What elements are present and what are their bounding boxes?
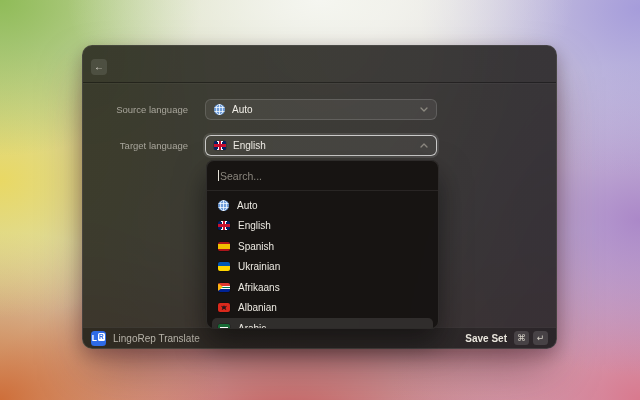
language-dropdown-panel: Auto English Spanish Ukrainian Afrikaans bbox=[206, 160, 439, 329]
flag-south-africa-icon bbox=[218, 283, 230, 292]
list-item-label: Auto bbox=[237, 200, 258, 211]
save-set-label: Save Set bbox=[465, 333, 507, 344]
chevron-down-icon bbox=[420, 107, 428, 112]
app-name: LingoRep Translate bbox=[113, 333, 458, 344]
globe-icon bbox=[218, 200, 229, 211]
back-arrow-icon: ← bbox=[94, 62, 104, 72]
flag-saudi-arabia-icon bbox=[218, 324, 230, 329]
text-caret bbox=[218, 170, 219, 181]
desktop-background: ← Source language Auto Target language E… bbox=[0, 0, 640, 400]
list-item-auto[interactable]: Auto bbox=[212, 195, 433, 216]
dropdown-search-row bbox=[207, 161, 438, 190]
source-language-label: Source language bbox=[88, 99, 188, 120]
list-item-label: English bbox=[238, 220, 271, 231]
command-key-icon: ⌘ bbox=[514, 331, 529, 345]
list-item-english[interactable]: English bbox=[212, 216, 433, 237]
logo-letter-r: R bbox=[98, 333, 106, 341]
globe-icon bbox=[214, 104, 225, 115]
target-language-select[interactable]: English bbox=[205, 135, 437, 156]
list-item-label: Spanish bbox=[238, 241, 274, 252]
list-item-label: Arabic bbox=[238, 323, 266, 329]
flag-albania-icon bbox=[218, 303, 230, 312]
flag-united-kingdom-icon bbox=[214, 141, 226, 150]
footer-bar: L R LingoRep Translate Save Set ⌘ ↵ bbox=[83, 327, 556, 348]
list-item-spanish[interactable]: Spanish bbox=[212, 236, 433, 257]
titlebar: ← bbox=[83, 46, 556, 83]
list-item-label: Albanian bbox=[238, 302, 277, 313]
list-item-arabic[interactable]: Arabic bbox=[212, 318, 433, 329]
list-item-label: Ukrainian bbox=[238, 261, 280, 272]
return-key-icon: ↵ bbox=[533, 331, 548, 345]
source-language-select[interactable]: Auto bbox=[205, 99, 437, 120]
list-item-label: Afrikaans bbox=[238, 282, 280, 293]
flag-united-kingdom-icon bbox=[218, 221, 230, 230]
logo-letter-l: L bbox=[92, 334, 97, 343]
flag-ukraine-icon bbox=[218, 262, 230, 271]
dropdown-search-input[interactable] bbox=[207, 161, 438, 190]
save-set-button[interactable]: Save Set ⌘ ↵ bbox=[465, 331, 548, 345]
back-button[interactable]: ← bbox=[91, 59, 107, 75]
language-list: Auto English Spanish Ukrainian Afrikaans bbox=[207, 191, 438, 329]
list-item-afrikaans[interactable]: Afrikaans bbox=[212, 277, 433, 298]
source-language-value: Auto bbox=[232, 104, 413, 115]
flag-spain-icon bbox=[218, 242, 230, 251]
list-item-albanian[interactable]: Albanian bbox=[212, 298, 433, 319]
shortcut-keycaps: ⌘ ↵ bbox=[514, 331, 548, 345]
target-language-label: Target language bbox=[88, 135, 188, 156]
target-language-value: English bbox=[233, 140, 413, 151]
chevron-up-icon bbox=[420, 143, 428, 148]
lingorep-logo-icon: L R bbox=[91, 331, 106, 346]
list-item-ukrainian[interactable]: Ukrainian bbox=[212, 257, 433, 278]
app-window: ← Source language Auto Target language E… bbox=[82, 45, 557, 349]
